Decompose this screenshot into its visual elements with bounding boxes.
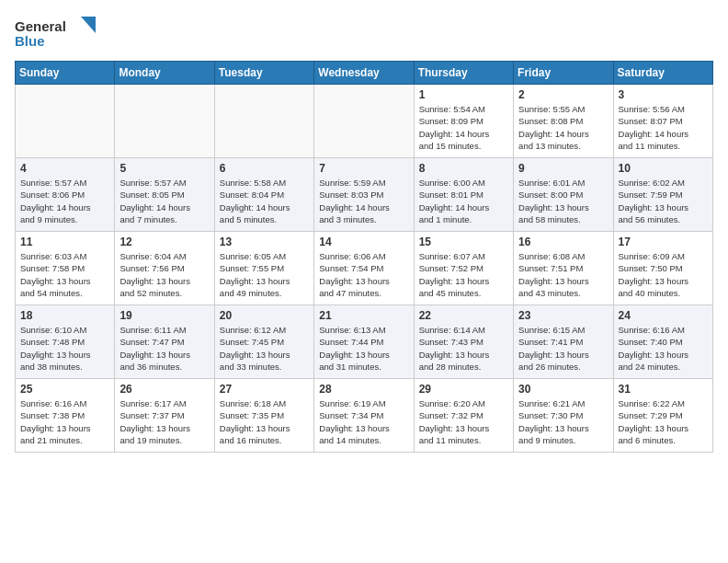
day-number: 22 [419,309,508,322]
day-info: Sunrise: 6:07 AM Sunset: 7:52 PM Dayligh… [419,250,508,299]
calendar-cell: 2Sunrise: 5:55 AM Sunset: 8:08 PM Daylig… [514,85,613,158]
calendar-cell: 7Sunrise: 5:59 AM Sunset: 8:03 PM Daylig… [314,158,414,232]
day-number: 25 [20,383,109,396]
calendar-cell: 18Sunrise: 6:10 AM Sunset: 7:48 PM Dayli… [16,305,115,379]
calendar-cell: 10Sunrise: 6:02 AM Sunset: 7:59 PM Dayli… [613,158,712,232]
calendar-cell: 8Sunrise: 6:00 AM Sunset: 8:01 PM Daylig… [414,158,513,232]
calendar-week-3: 11Sunrise: 6:03 AM Sunset: 7:58 PM Dayli… [16,232,713,305]
svg-text:General: General [15,18,66,34]
calendar-table: SundayMondayTuesdayWednesdayThursdayFrid… [15,61,713,453]
day-info: Sunrise: 6:02 AM Sunset: 7:59 PM Dayligh… [619,177,708,225]
day-number: 10 [619,162,708,175]
day-number: 23 [518,309,608,322]
day-number: 6 [220,162,309,175]
calendar-cell: 29Sunrise: 6:20 AM Sunset: 7:32 PM Dayli… [414,379,513,453]
calendar-week-2: 4Sunrise: 5:57 AM Sunset: 8:06 PM Daylig… [16,158,713,232]
svg-text:Blue: Blue [15,33,45,49]
day-number: 4 [20,162,109,175]
col-header-monday: Monday [115,62,214,85]
day-info: Sunrise: 6:15 AM Sunset: 7:41 PM Dayligh… [518,324,608,373]
calendar-cell: 26Sunrise: 6:17 AM Sunset: 7:37 PM Dayli… [115,379,214,453]
calendar-cell: 22Sunrise: 6:14 AM Sunset: 7:43 PM Dayli… [414,305,513,379]
calendar-cell [115,85,214,158]
calendar-cell: 3Sunrise: 5:56 AM Sunset: 8:07 PM Daylig… [613,85,712,158]
day-number: 8 [419,162,508,175]
day-number: 5 [119,162,209,175]
day-info: Sunrise: 6:06 AM Sunset: 7:54 PM Dayligh… [319,250,408,299]
day-number: 17 [619,236,708,248]
calendar-cell: 25Sunrise: 6:16 AM Sunset: 7:38 PM Dayli… [16,379,115,453]
day-number: 12 [119,236,209,248]
day-info: Sunrise: 6:00 AM Sunset: 8:01 PM Dayligh… [419,177,508,225]
day-number: 13 [220,236,309,248]
calendar-cell: 24Sunrise: 6:16 AM Sunset: 7:40 PM Dayli… [613,305,712,379]
day-info: Sunrise: 6:03 AM Sunset: 7:58 PM Dayligh… [20,250,109,299]
day-info: Sunrise: 6:17 AM Sunset: 7:37 PM Dayligh… [119,397,209,446]
day-number: 15 [419,236,508,248]
col-header-tuesday: Tuesday [214,62,313,85]
calendar-cell: 31Sunrise: 6:22 AM Sunset: 7:29 PM Dayli… [613,379,712,453]
col-header-saturday: Saturday [613,62,712,85]
day-info: Sunrise: 6:21 AM Sunset: 7:30 PM Dayligh… [518,397,608,446]
day-info: Sunrise: 6:19 AM Sunset: 7:34 PM Dayligh… [319,397,408,446]
day-number: 20 [220,309,309,322]
calendar-cell: 30Sunrise: 6:21 AM Sunset: 7:30 PM Dayli… [514,379,613,453]
calendar-week-5: 25Sunrise: 6:16 AM Sunset: 7:38 PM Dayli… [16,379,713,453]
day-info: Sunrise: 6:04 AM Sunset: 7:56 PM Dayligh… [119,250,209,299]
day-info: Sunrise: 6:10 AM Sunset: 7:48 PM Dayligh… [20,324,109,373]
calendar-cell: 1Sunrise: 5:54 AM Sunset: 8:09 PM Daylig… [414,85,513,158]
day-info: Sunrise: 6:14 AM Sunset: 7:43 PM Dayligh… [419,324,508,373]
calendar-cell [214,85,313,158]
logo-svg: General Blue [15,15,97,52]
day-number: 16 [518,236,608,248]
day-number: 30 [518,383,608,396]
calendar-cell: 13Sunrise: 6:05 AM Sunset: 7:55 PM Dayli… [214,232,313,305]
day-number: 19 [119,309,209,322]
calendar-cell: 28Sunrise: 6:19 AM Sunset: 7:34 PM Dayli… [314,379,414,453]
col-header-wednesday: Wednesday [314,62,414,85]
day-number: 9 [518,162,608,175]
day-info: Sunrise: 5:56 AM Sunset: 8:07 PM Dayligh… [619,103,708,152]
col-header-thursday: Thursday [414,62,513,85]
day-info: Sunrise: 6:18 AM Sunset: 7:35 PM Dayligh… [220,397,309,446]
calendar-cell: 20Sunrise: 6:12 AM Sunset: 7:45 PM Dayli… [214,305,313,379]
day-info: Sunrise: 6:09 AM Sunset: 7:50 PM Dayligh… [619,250,708,299]
day-info: Sunrise: 6:08 AM Sunset: 7:51 PM Dayligh… [518,250,608,299]
calendar-cell: 16Sunrise: 6:08 AM Sunset: 7:51 PM Dayli… [514,232,613,305]
calendar-cell: 23Sunrise: 6:15 AM Sunset: 7:41 PM Dayli… [514,305,613,379]
day-number: 26 [119,383,209,396]
day-number: 3 [619,88,708,101]
calendar-cell [314,85,414,158]
calendar-cell: 19Sunrise: 6:11 AM Sunset: 7:47 PM Dayli… [115,305,214,379]
col-header-sunday: Sunday [16,62,115,85]
col-header-friday: Friday [514,62,613,85]
day-info: Sunrise: 6:12 AM Sunset: 7:45 PM Dayligh… [220,324,309,373]
day-number: 2 [518,88,608,101]
day-number: 18 [20,309,109,322]
day-info: Sunrise: 5:57 AM Sunset: 8:06 PM Dayligh… [20,177,109,225]
day-number: 24 [619,309,708,322]
day-number: 29 [419,383,508,396]
day-info: Sunrise: 5:57 AM Sunset: 8:05 PM Dayligh… [119,177,209,225]
day-info: Sunrise: 6:16 AM Sunset: 7:38 PM Dayligh… [20,397,109,446]
day-number: 28 [319,383,408,396]
day-number: 11 [20,236,109,248]
svg-marker-2 [81,17,96,33]
calendar-cell: 9Sunrise: 6:01 AM Sunset: 8:00 PM Daylig… [514,158,613,232]
day-number: 21 [319,309,408,322]
day-number: 31 [619,383,708,396]
day-info: Sunrise: 6:16 AM Sunset: 7:40 PM Dayligh… [619,324,708,373]
day-info: Sunrise: 6:13 AM Sunset: 7:44 PM Dayligh… [319,324,408,373]
day-info: Sunrise: 6:20 AM Sunset: 7:32 PM Dayligh… [419,397,508,446]
calendar-header-row: SundayMondayTuesdayWednesdayThursdayFrid… [16,62,713,85]
day-number: 1 [419,88,508,101]
calendar-cell: 12Sunrise: 6:04 AM Sunset: 7:56 PM Dayli… [115,232,214,305]
day-info: Sunrise: 6:05 AM Sunset: 7:55 PM Dayligh… [220,250,309,299]
day-info: Sunrise: 5:55 AM Sunset: 8:08 PM Dayligh… [518,103,608,152]
calendar-cell [16,85,115,158]
day-info: Sunrise: 5:59 AM Sunset: 8:03 PM Dayligh… [319,177,408,225]
calendar-cell: 11Sunrise: 6:03 AM Sunset: 7:58 PM Dayli… [16,232,115,305]
calendar-cell: 21Sunrise: 6:13 AM Sunset: 7:44 PM Dayli… [314,305,414,379]
day-info: Sunrise: 5:58 AM Sunset: 8:04 PM Dayligh… [220,177,309,225]
calendar-cell: 27Sunrise: 6:18 AM Sunset: 7:35 PM Dayli… [214,379,313,453]
